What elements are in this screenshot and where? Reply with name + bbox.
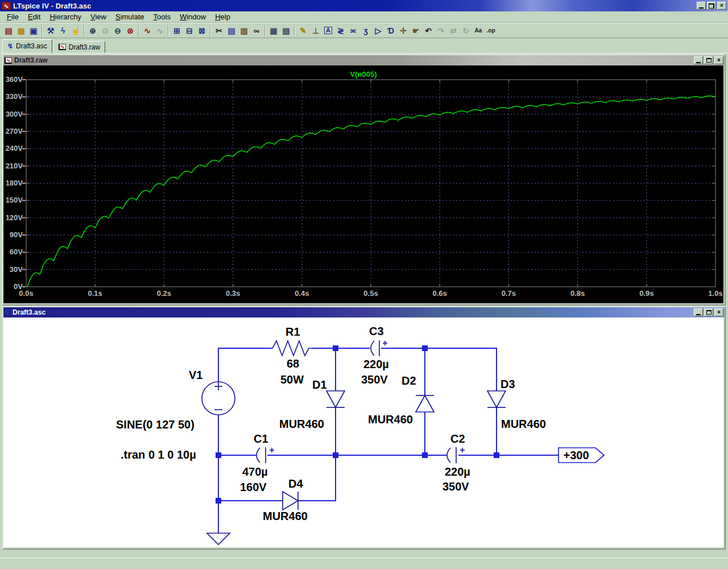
label-d3-value[interactable]: MUR460 xyxy=(501,418,546,430)
label-c2-value[interactable]: 220µ xyxy=(445,466,470,477)
schematic-canvas[interactable]: +300 V1SINE(0 127 50).tran 0 1 0 10µR168… xyxy=(3,318,723,547)
halt-simulation-icon[interactable]: ☝ xyxy=(69,24,82,37)
tab-draft3.asc[interactable]: ↯Draft3.asc xyxy=(2,39,52,53)
trace-name[interactable]: V(n005) xyxy=(3,70,723,79)
plot-canvas[interactable] xyxy=(3,65,723,303)
net-flag-label[interactable]: +300 xyxy=(560,449,593,461)
label-r1-value[interactable]: 68 xyxy=(287,358,299,369)
label-v1-ref[interactable]: V1 xyxy=(189,369,202,381)
zoom-back-icon[interactable]: ⊙ xyxy=(99,24,111,37)
cut-icon[interactable]: ✂ xyxy=(213,24,225,37)
label-r1-power[interactable]: 50W xyxy=(280,374,304,385)
place-ground-icon[interactable]: ⊥ xyxy=(309,24,322,37)
menu-tools[interactable]: Tools xyxy=(149,11,175,22)
label-r1-ref[interactable]: R1 xyxy=(286,326,300,337)
place-resistor-icon[interactable]: ≷ xyxy=(334,24,347,37)
x-tick-label: 0.6s xyxy=(425,290,454,297)
schematic-window-titlebar[interactable]: ↯ Draft3.asc × xyxy=(3,307,725,318)
resistor-R1-symbol[interactable] xyxy=(272,341,312,356)
ground-symbol[interactable] xyxy=(207,533,230,545)
run-simulation-icon[interactable]: ϟ xyxy=(57,24,69,37)
waveform-minimize-button[interactable] xyxy=(694,56,703,64)
waveform-icon: ∿ xyxy=(59,44,66,50)
menu-edit[interactable]: Edit xyxy=(23,11,45,22)
mirror-icon[interactable]: ⇄ xyxy=(447,24,460,37)
print-preview-icon[interactable]: ▧ xyxy=(280,24,292,37)
tab-draft3.raw[interactable]: ∿Draft3.raw xyxy=(53,41,105,53)
schematic-minimize-button[interactable] xyxy=(694,308,703,316)
schematic-maximize-button[interactable] xyxy=(704,308,713,316)
undo-icon[interactable]: ↶ xyxy=(422,24,435,37)
label-v1-value[interactable]: SINE(0 127 50) xyxy=(116,419,195,430)
label-c1-value[interactable]: 470µ xyxy=(242,466,268,477)
label-c2-ref[interactable]: C2 xyxy=(450,433,465,444)
label-directive[interactable]: .tran 0 1 0 10µ xyxy=(121,449,196,460)
plot-settings-icon[interactable]: ∿ xyxy=(154,24,166,37)
zoom-out-icon[interactable]: ⊖ xyxy=(111,24,124,37)
rotate-icon[interactable]: ↻ xyxy=(460,24,472,37)
arrange-windows-icon[interactable]: ⊠ xyxy=(196,24,208,37)
restore-button[interactable] xyxy=(707,2,716,10)
zoom-in-icon[interactable]: ⊕ xyxy=(86,24,99,37)
label-c2-voltage[interactable]: 350V xyxy=(442,481,469,492)
waveform-window-titlebar[interactable]: ∿ Draft3.raw × xyxy=(3,55,725,65)
place-text-icon[interactable]: Aa xyxy=(472,24,485,37)
schematic-window-title: Draft3.asc xyxy=(13,308,693,316)
menu-view[interactable]: View xyxy=(86,11,111,22)
x-tick-label: 0.2s xyxy=(150,290,178,297)
x-tick-label: 0.0s xyxy=(12,290,40,297)
wires[interactable] xyxy=(218,348,559,533)
place-inductor-icon[interactable]: ʒ xyxy=(359,24,372,37)
move-icon[interactable]: ✛ xyxy=(397,24,410,37)
menu-window[interactable]: Window xyxy=(175,11,210,22)
place-diode-icon[interactable]: ▷ xyxy=(372,24,384,37)
redo-icon[interactable]: ↷ xyxy=(435,24,447,37)
cascade-windows-icon[interactable]: ⊟ xyxy=(183,24,196,37)
open-file-icon[interactable]: ▦ xyxy=(15,24,27,37)
label-d2-ref[interactable]: D2 xyxy=(402,375,416,386)
menu-file[interactable]: File xyxy=(2,11,23,22)
find-icon[interactable]: ∞ xyxy=(250,24,263,37)
autorange-y-axis-icon[interactable]: ∿ xyxy=(141,24,154,37)
copy-icon[interactable]: ▤ xyxy=(225,24,238,37)
paste-icon[interactable]: ▥ xyxy=(238,24,250,37)
diode-D1-symbol[interactable] xyxy=(326,391,345,407)
menu-simulate[interactable]: Simulate xyxy=(111,11,149,22)
label-d3-ref[interactable]: D3 xyxy=(500,378,515,390)
control-panel-icon[interactable]: ⚒ xyxy=(44,24,57,37)
label-d1-value[interactable]: MUR460 xyxy=(279,418,324,430)
schematic-close-button[interactable]: × xyxy=(714,308,723,316)
menu-bar: FileEditHierarchyViewSimulateToolsWindow… xyxy=(0,11,728,23)
close-button[interactable]: × xyxy=(717,2,726,10)
diode-D3-symbol[interactable] xyxy=(487,391,506,407)
menu-hierarchy[interactable]: Hierarchy xyxy=(45,11,86,22)
new-schematic-icon[interactable]: ▤ xyxy=(2,24,15,37)
spice-directive-icon[interactable]: .op xyxy=(485,24,497,37)
label-d4-ref[interactable]: D4 xyxy=(288,478,303,489)
waveform-close-button[interactable]: × xyxy=(714,56,723,64)
plot-area[interactable]: V(n005) 360V330V300V270V240V210V180V150V… xyxy=(3,65,723,303)
tile-windows-icon[interactable]: ⊞ xyxy=(171,24,183,37)
diode-D2-symbol[interactable] xyxy=(416,395,434,412)
label-d4-value[interactable]: MUR460 xyxy=(263,510,308,522)
save-icon[interactable]: ▣ xyxy=(27,24,40,37)
place-net-label-icon[interactable]: A xyxy=(322,24,334,37)
label-c3-voltage[interactable]: 350V xyxy=(361,374,388,385)
label-c1-voltage[interactable]: 160V xyxy=(240,481,267,493)
place-component-icon[interactable]: Ɗ xyxy=(384,24,397,37)
drag-icon[interactable]: ☛ xyxy=(410,24,422,37)
label-d1-ref[interactable]: D1 xyxy=(312,379,327,390)
label-c3-value[interactable]: 220µ xyxy=(363,358,389,370)
print-icon[interactable]: ▦ xyxy=(267,24,280,37)
voltage-source-V1-symbol[interactable] xyxy=(202,382,235,415)
place-capacitor-icon[interactable]: ≍ xyxy=(347,24,359,37)
zoom-full-extents-icon[interactable]: ⊗ xyxy=(124,24,136,37)
diode-D4-symbol[interactable] xyxy=(283,492,298,510)
label-c1-ref[interactable]: C1 xyxy=(254,433,268,444)
menu-help[interactable]: Help xyxy=(210,11,235,22)
draw-wire-icon[interactable]: ✎ xyxy=(297,24,309,37)
label-c3-ref[interactable]: C3 xyxy=(369,325,384,337)
label-d2-value[interactable]: MUR460 xyxy=(368,414,413,425)
minimize-button[interactable] xyxy=(697,2,706,10)
waveform-maximize-button[interactable] xyxy=(704,56,713,64)
